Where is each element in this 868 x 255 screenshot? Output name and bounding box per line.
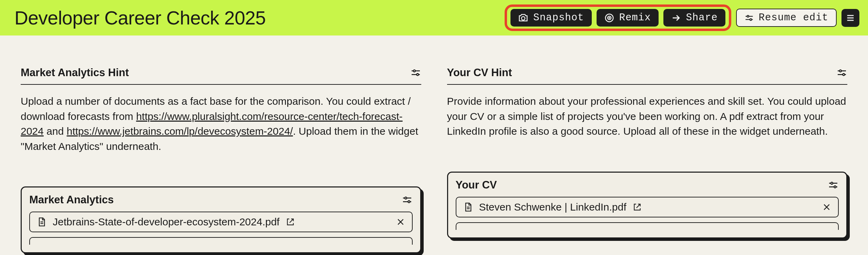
- market-widget-title: Market Analytics: [29, 194, 114, 206]
- target-icon: [604, 13, 614, 23]
- highlighted-action-group: Snapshot Remix Share: [505, 4, 731, 31]
- document-icon: [37, 217, 46, 227]
- file-chip: Steven Schwenke | LinkedIn.pdf: [456, 197, 839, 217]
- sliders-icon: [744, 13, 754, 23]
- camera-icon: [518, 13, 528, 23]
- arrow-right-icon: [671, 13, 681, 23]
- sliders-icon[interactable]: [410, 67, 421, 78]
- sliders-icon[interactable]: [836, 67, 847, 78]
- file-chip-left: Jetbrains-State-of-developer-ecosystem-2…: [37, 216, 295, 228]
- cv-widget: Your CV Steven Schwenke | LinkedIn.pdf: [447, 172, 848, 238]
- cv-widget-header: Your CV: [456, 179, 839, 191]
- resume-edit-label: Resume edit: [759, 12, 828, 23]
- svg-point-14: [416, 73, 418, 75]
- menu-button[interactable]: [841, 9, 859, 27]
- market-hint-header: Market Analytics Hint: [21, 67, 421, 85]
- external-link-icon[interactable]: [286, 217, 295, 226]
- market-hint-text: Upload a number of documents as a fact b…: [21, 94, 421, 154]
- sliders-icon[interactable]: [402, 194, 413, 205]
- svg-point-5: [747, 15, 748, 17]
- file-chip-placeholder: [29, 237, 413, 245]
- svg-point-7: [750, 19, 752, 20]
- external-link-icon[interactable]: [633, 203, 642, 212]
- main-columns: Market Analytics Hint Upload a number of…: [0, 35, 868, 253]
- file-name: Steven Schwenke | LinkedIn.pdf: [479, 201, 627, 213]
- svg-point-24: [839, 70, 841, 72]
- svg-point-28: [831, 182, 833, 184]
- hint-link-jetbrains[interactable]: https://www.jetbrains.com/lp/devecosyste…: [66, 125, 293, 137]
- snapshot-button[interactable]: Snapshot: [510, 9, 591, 27]
- remix-label: Remix: [619, 12, 651, 23]
- svg-point-12: [413, 70, 415, 72]
- market-widget-header: Market Analytics: [29, 194, 413, 206]
- market-analytics-widget: Market Analytics Jetbrains-State-of-de: [21, 186, 421, 253]
- file-name: Jetbrains-State-of-developer-ecosystem-2…: [53, 216, 280, 228]
- svg-point-3: [609, 17, 610, 18]
- sliders-icon[interactable]: [828, 180, 839, 191]
- file-chip-placeholder: [456, 222, 839, 230]
- share-label: Share: [686, 12, 718, 23]
- remix-button[interactable]: Remix: [597, 9, 659, 27]
- hamburger-icon: [846, 13, 855, 23]
- svg-point-0: [521, 17, 525, 20]
- cv-hint-text: Provide information about your professio…: [447, 94, 848, 139]
- right-column: Your CV Hint Provide information about y…: [447, 67, 848, 253]
- hint-text-segment: and: [44, 125, 67, 137]
- file-chip: Jetbrains-State-of-developer-ecosystem-2…: [29, 212, 413, 232]
- share-button[interactable]: Share: [663, 9, 725, 27]
- cv-widget-title: Your CV: [456, 179, 497, 191]
- resume-edit-button[interactable]: Resume edit: [736, 9, 837, 27]
- cv-hint-title: Your CV Hint: [447, 67, 512, 79]
- header-bar: Developer Career Check 2025 Snapshot Rem…: [0, 0, 868, 35]
- market-hint-title: Market Analytics Hint: [21, 67, 129, 79]
- svg-point-18: [408, 201, 410, 203]
- svg-point-26: [843, 73, 845, 75]
- header-actions: Snapshot Remix Share: [505, 4, 859, 31]
- close-icon[interactable]: [822, 203, 831, 212]
- file-chip-left: Steven Schwenke | LinkedIn.pdf: [463, 201, 642, 213]
- snapshot-label: Snapshot: [533, 12, 584, 23]
- left-column: Market Analytics Hint Upload a number of…: [21, 67, 421, 253]
- close-icon[interactable]: [396, 217, 405, 226]
- svg-point-16: [405, 197, 407, 199]
- page-title: Developer Career Check 2025: [14, 7, 266, 29]
- document-icon: [463, 202, 473, 212]
- svg-point-30: [834, 186, 836, 188]
- cv-hint-header: Your CV Hint: [447, 67, 848, 85]
